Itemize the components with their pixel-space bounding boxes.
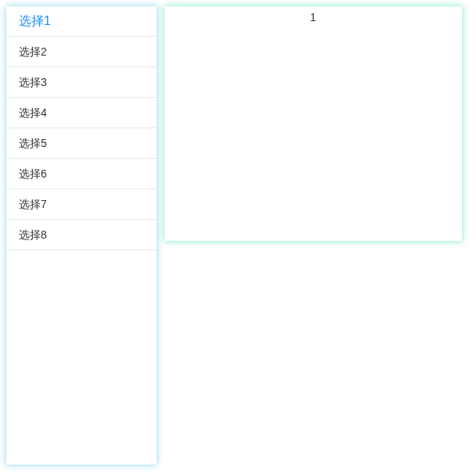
- nav-item-7[interactable]: 选择7: [6, 189, 157, 220]
- nav-item-label: 选择5: [19, 137, 47, 149]
- nav-item-5[interactable]: 选择5: [6, 128, 157, 159]
- nav-item-8[interactable]: 选择8: [6, 220, 157, 250]
- content-panel: 1: [164, 6, 462, 241]
- content-text: 1: [310, 11, 316, 23]
- nav-item-2[interactable]: 选择2: [6, 37, 157, 67]
- nav-item-label: 选择2: [19, 45, 47, 58]
- nav-list: 选择1 选择2 选择3 选择4 选择5 选择6 选择7 选择8: [6, 6, 157, 250]
- nav-item-label: 选择4: [19, 106, 47, 119]
- nav-item-4[interactable]: 选择4: [6, 98, 157, 128]
- nav-item-6[interactable]: 选择6: [6, 159, 157, 189]
- main-container: 选择1 选择2 选择3 选择4 选择5 选择6 选择7 选择8: [0, 0, 476, 471]
- nav-item-label: 选择6: [19, 167, 47, 180]
- nav-item-1[interactable]: 选择1: [6, 6, 157, 37]
- nav-item-label: 选择8: [19, 228, 47, 241]
- nav-item-label: 选择3: [19, 76, 47, 88]
- nav-item-label: 选择1: [19, 14, 51, 27]
- sidebar: 选择1 选择2 选择3 选择4 选择5 选择6 选择7 选择8: [6, 6, 157, 465]
- nav-item-3[interactable]: 选择3: [6, 67, 157, 98]
- nav-item-label: 选择7: [19, 198, 47, 210]
